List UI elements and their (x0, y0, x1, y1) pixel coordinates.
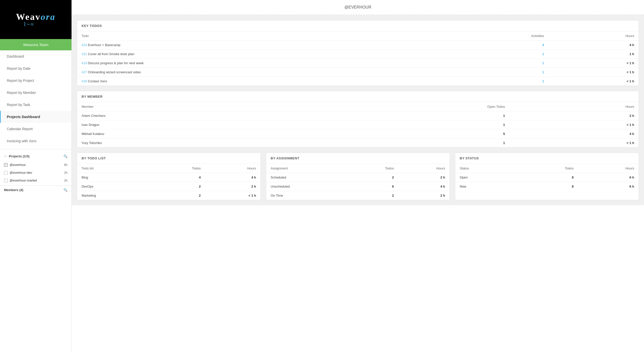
by-status-card: BY STATUS Status Todos Hours Open 8 6 h … (455, 153, 639, 200)
hours-cell: < 1 h (549, 59, 639, 68)
assign-hours-cell: 4 h (399, 182, 450, 191)
key-todos-table: Todo Activities Hours #24 Everhour + Bas… (77, 31, 639, 86)
logo-area: Weavora ⌇~≈ (0, 0, 71, 39)
todo-cell: #28 Contact Xero (77, 77, 437, 86)
table-row: Artem Chechoro 1 2 h (77, 111, 639, 120)
table-row: Open 8 6 h (455, 173, 639, 182)
projects-search-icon[interactable]: 🔍 (63, 154, 67, 158)
members-search-icon[interactable]: 🔍 (63, 188, 67, 192)
todo-title: Discuss progress & plan for next week (88, 61, 144, 65)
project-hours-everhour-dev: 2h (64, 171, 67, 174)
activities-link[interactable]: 1 (542, 70, 544, 74)
sidebar: Weavora ⌇~≈ Weavora Team Dashboard Repor… (0, 0, 72, 352)
assign-hours-cell: 2 h (399, 191, 450, 200)
nav-calendar-report[interactable]: Calendar Report (0, 123, 71, 135)
table-row: Mikhail Kulakov 5 4 h (77, 129, 639, 138)
col-todos-list: Todos (150, 164, 205, 173)
page-title: @EVERHOUR (72, 0, 644, 15)
table-row: DevOps 2 2 h (77, 182, 261, 191)
assignment-label-cell: Scheduled (266, 173, 347, 182)
table-row: #21 Cover all from Smoke tests plan 1 1 … (77, 50, 639, 59)
assign-todos-cell: 6 (347, 182, 398, 191)
project-hours-everhour-market: 2h (64, 179, 67, 182)
todo-num-link[interactable]: #27 (82, 70, 87, 74)
assign-hours-cell: 2 h (399, 173, 450, 182)
activities-link[interactable]: 1 (542, 61, 544, 65)
activities-link[interactable]: 1 (542, 79, 544, 83)
nav-report-task[interactable]: Report by Task (0, 99, 71, 111)
nav-report-project[interactable]: Report by Project (0, 75, 71, 87)
todo-title: Contact Xero (88, 79, 107, 83)
status-label-cell: Open (455, 173, 518, 182)
todo-list-label-cell: DevOps (77, 182, 150, 191)
col-member: Member (77, 102, 316, 111)
by-member-header: BY MEMBER (77, 91, 639, 102)
bottom-grid: BY TODO LIST Todo list Todos Hours Blog … (77, 153, 639, 200)
status-todos-cell: 8 (518, 173, 578, 182)
activities-link[interactable]: 4 (542, 43, 544, 47)
projects-collapse-icon[interactable]: ─ (4, 154, 7, 158)
open-todos-cell: 1 (316, 138, 510, 148)
hours-cell: < 1 h (549, 68, 639, 77)
by-member-table: Member Open Todos Hours Artem Chechoro 1… (77, 102, 639, 147)
project-row-everhour-market[interactable]: @everhour-market 2h (0, 177, 71, 184)
nav-invoicing-xero[interactable]: Invoicing with Xero (0, 135, 71, 147)
col-todos-assign: Todos (347, 164, 398, 173)
todo-num-link[interactable]: #19 (82, 61, 87, 65)
todo-num-link[interactable]: #24 (82, 43, 87, 47)
todo-num-link[interactable]: #21 (82, 52, 87, 56)
assignment-label-cell: On Time (266, 191, 347, 200)
todos-cell: 2 (150, 182, 205, 191)
project-checkbox-everhour-market[interactable] (4, 179, 8, 182)
todo-cell: #21 Cover all from Smoke tests plan (77, 50, 437, 59)
nav-report-date[interactable]: Report by Date (0, 62, 71, 75)
todo-list-label-cell: Marketing (77, 191, 150, 200)
project-name-everhour-market: @everhour-market (10, 179, 62, 182)
nav-projects-dashboard[interactable]: Projects Dashboard (0, 111, 71, 123)
member-hours-cell: 4 h (510, 129, 639, 138)
main-content: @EVERHOUR KEY TODOS Todo Activities Hour… (72, 0, 644, 352)
project-row-everhour[interactable]: ✓ @everhour 6h (0, 161, 71, 169)
open-todos-cell: 1 (316, 111, 510, 120)
by-assignment-card: BY ASSIGNMENT Assignment Todos Hours Sch… (266, 153, 450, 200)
todo-cell: #27 Onboarding wizard screencast video (77, 68, 437, 77)
activities-cell: 1 (437, 77, 549, 86)
activities-link[interactable]: 1 (542, 52, 544, 56)
member-name-cell: Yury Tolochko (77, 138, 316, 148)
team-button[interactable]: Weavora Team (0, 39, 71, 50)
member-hours-cell: < 1 h (510, 120, 639, 129)
nav-dashboard[interactable]: Dashboard (0, 50, 71, 62)
project-row-everhour-dev[interactable]: @everhour-dev 2h (0, 169, 71, 177)
list-hours-cell: 2 h (205, 182, 261, 191)
table-row: Ivan Dragun 1 < 1 h (77, 120, 639, 129)
project-checkbox-everhour[interactable]: ✓ (4, 163, 8, 167)
members-header: Members (4) 🔍 (0, 185, 71, 194)
todo-title: Onboarding wizard screencast video (88, 70, 141, 74)
key-todos-header: KEY TODOS (77, 20, 639, 31)
member-name-cell: Mikhail Kulakov (77, 129, 316, 138)
table-row: New 8 6 h (455, 182, 639, 191)
todo-cell: #19 Discuss progress & plan for next wee… (77, 59, 437, 68)
table-row: Blog 4 4 h (77, 173, 261, 182)
todo-list-label-cell: Blog (77, 173, 150, 182)
todo-num-link[interactable]: #28 (82, 79, 87, 83)
projects-label: Projects (1/3) (9, 154, 29, 158)
members-label: Members (4) (4, 188, 23, 192)
by-status-header: BY STATUS (455, 153, 639, 164)
col-hours-list: Hours (205, 164, 261, 173)
assignment-label-cell: Unscheduled (266, 182, 347, 191)
activities-cell: 4 (437, 41, 549, 50)
todo-title: Cover all from Smoke tests plan (88, 52, 134, 56)
logo: Weavora ⌇~≈ (16, 12, 55, 28)
col-hours-member: Hours (510, 102, 639, 111)
col-status: Status (455, 164, 518, 173)
project-checkbox-everhour-dev[interactable] (4, 171, 8, 174)
member-name-cell: Artem Chechoro (77, 111, 316, 120)
table-row: Marketing 2 < 1 h (77, 191, 261, 200)
activities-cell: 1 (437, 59, 549, 68)
table-row: #24 Everhour + Basecamp 4 4 h (77, 41, 639, 50)
nav-report-member[interactable]: Report by Member (0, 87, 71, 99)
col-hours-assign: Hours (399, 164, 450, 173)
todo-title: Everhour + Basecamp (88, 43, 120, 47)
status-hours-cell: 6 h (578, 173, 639, 182)
